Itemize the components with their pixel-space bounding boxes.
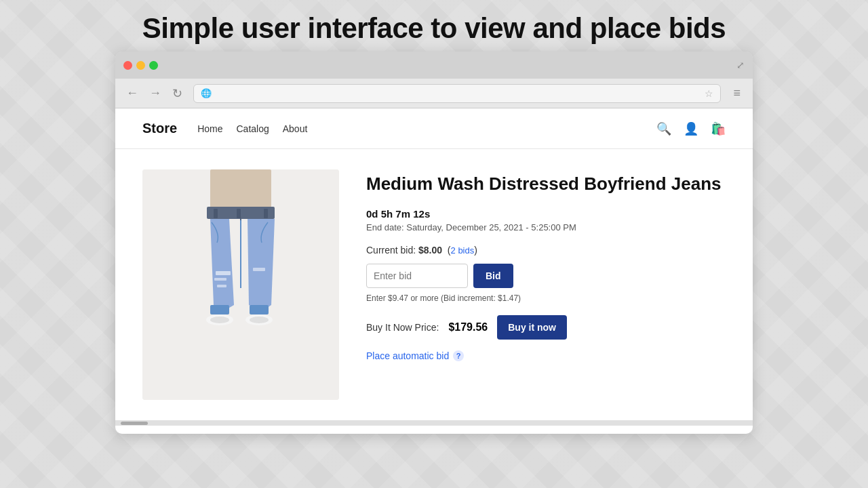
end-date-label: End date: (366, 222, 404, 232)
current-bid-section: Current bid: $8.00 (2 bids) (366, 245, 726, 256)
scrollbar[interactable] (115, 420, 753, 426)
current-bid-label: Current bid: (366, 245, 416, 256)
svg-rect-8 (214, 209, 218, 218)
buy-label: Buy It Now Price: (366, 322, 439, 333)
refresh-button[interactable]: ↻ (168, 83, 186, 104)
svg-point-16 (210, 317, 229, 323)
buy-button[interactable]: Buy it now (497, 315, 567, 340)
countdown-timer: 0d 5h 7m 12s (366, 208, 726, 220)
svg-rect-13 (250, 305, 269, 314)
store-header-icons: 🔍 👤 🛍️ (656, 121, 726, 136)
nav-home[interactable]: Home (197, 123, 222, 134)
store-logo: Store (142, 121, 177, 136)
browser-titlebar: ⤢ (115, 52, 753, 79)
product-section: Medium Wash Distressed Boyfriend Jeans 0… (115, 149, 753, 420)
forward-button[interactable]: → (145, 83, 165, 103)
bid-hint: Enter $9.47 or more (Bid increment: $1.4… (366, 293, 726, 303)
buy-it-now-row: Buy It Now Price: $179.56 Buy it now (366, 315, 726, 340)
globe-icon: 🌐 (201, 88, 212, 98)
bid-button[interactable]: Bid (473, 264, 513, 288)
store-nav: Home Catalog About (197, 123, 656, 134)
close-button[interactable] (123, 61, 132, 70)
svg-rect-12 (210, 305, 229, 314)
store-header: Store Home Catalog About 🔍 👤 🛍️ (115, 108, 753, 149)
browser-window: ⤢ ← → ↻ 🌐 ☆ ≡ Store Home Catalog About 🔍… (115, 52, 753, 434)
store-page: Store Home Catalog About 🔍 👤 🛍️ (115, 108, 753, 434)
svg-rect-5 (214, 278, 226, 281)
current-bid-amount: $8.00 (418, 245, 442, 256)
auto-bid-row: Place automatic bid ? (366, 350, 726, 361)
page-heading: Simple user interface to view and place … (0, 12, 868, 45)
product-details: Medium Wash Distressed Boyfriend Jeans 0… (366, 169, 726, 400)
svg-rect-7 (253, 268, 265, 271)
minimize-button[interactable] (136, 61, 145, 70)
bid-row: Bid (366, 264, 726, 288)
svg-rect-4 (216, 271, 231, 275)
end-date: End date: Saturday, December 25, 2021 - … (366, 222, 726, 232)
cart-icon[interactable]: 🛍️ (711, 121, 726, 136)
bids-link[interactable]: 2 bids (451, 245, 475, 256)
nav-about[interactable]: About (283, 123, 308, 134)
maximize-button[interactable] (149, 61, 158, 70)
account-icon[interactable]: 👤 (684, 121, 698, 136)
back-button[interactable]: ← (122, 83, 142, 103)
svg-rect-6 (217, 285, 226, 287)
help-icon[interactable]: ? (453, 350, 464, 361)
end-date-value: Saturday, December 25, 2021 - 5:25:00 PM (406, 222, 576, 232)
search-icon[interactable]: 🔍 (656, 121, 671, 136)
svg-point-17 (250, 317, 269, 323)
scrollbar-thumb[interactable] (121, 422, 148, 425)
product-title: Medium Wash Distressed Boyfriend Jeans (366, 173, 726, 196)
bookmark-icon[interactable]: ☆ (705, 88, 713, 99)
svg-rect-1 (210, 169, 271, 210)
expand-icon[interactable]: ⤢ (736, 60, 745, 70)
nav-catalog[interactable]: Catalog (236, 123, 269, 134)
menu-button[interactable]: ≡ (728, 83, 746, 103)
auto-bid-link[interactable]: Place automatic bid (366, 350, 449, 361)
svg-rect-10 (264, 209, 268, 218)
product-image (142, 169, 339, 400)
buy-price: $179.56 (448, 321, 488, 333)
bid-input[interactable] (366, 264, 468, 288)
browser-navbar: ← → ↻ 🌐 ☆ ≡ (115, 79, 753, 108)
url-bar[interactable]: 🌐 ☆ (193, 84, 721, 103)
